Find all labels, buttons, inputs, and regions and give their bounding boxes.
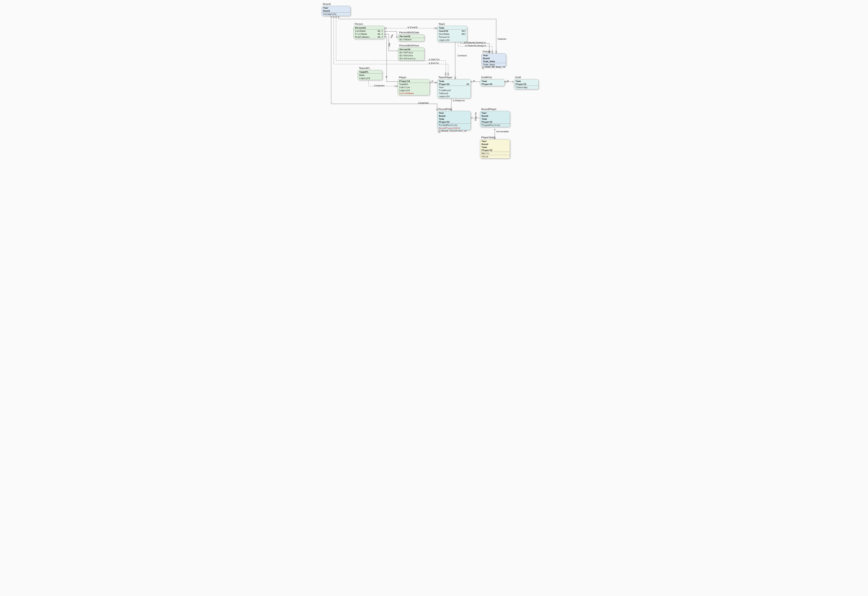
attr-row: UserNameAK1	[437, 32, 467, 35]
attr-name: PlayerId	[439, 83, 450, 86]
rel-endfor: Is End For	[429, 62, 439, 65]
attr-row: Password	[437, 35, 467, 38]
rel-is3: Is	[507, 80, 509, 82]
attr-name: Name	[359, 74, 365, 77]
attr-row: Year	[437, 86, 470, 89]
rel-is1: Is	[432, 80, 433, 82]
attr-row: PlayerId	[480, 83, 504, 86]
attr-row: PlayerId	[514, 83, 538, 86]
entity-title: PlayerStats	[480, 136, 496, 140]
entity-roundpick: RoundPickYearRoundTeamPlayerIdPickedPosi…	[437, 111, 471, 130]
attr-row: PlayedPosition	[480, 124, 510, 127]
rel-accumulates: Accumulates	[496, 130, 509, 133]
attr-name: FromRound	[439, 89, 451, 91]
attr-name: LegacyId	[439, 95, 450, 98]
rel-pickedas: Is Picked As	[453, 99, 465, 102]
entity-team: TeamTeamCoachIdAK2UserNameAK1PasswordLeg…	[437, 26, 467, 42]
entity-body: TeamCoachIdAK2UserNameAK1PasswordLegacyI…	[437, 26, 467, 42]
attr-row: Team	[480, 79, 504, 83]
constraint-home-ne-away: CHome_NE_Away_ck	[482, 66, 505, 69]
attr-row: BirthPlace	[398, 51, 424, 54]
attr-name: Year	[482, 112, 487, 114]
attr-row: Team	[437, 79, 470, 83]
attr-row: Year	[480, 139, 510, 143]
attr-row: Team	[480, 146, 510, 149]
attr-row: Round	[482, 57, 506, 60]
entity-title: Round	[321, 2, 332, 6]
entity-title: Fixture	[481, 50, 492, 54]
entity-body: TeamPlayerId	[480, 79, 504, 86]
attr-row: BirthState	[398, 54, 424, 57]
attr-row: Value	[480, 155, 510, 158]
attr-name: Team_Away	[483, 63, 495, 66]
attr-row: LastNameAK.1	[353, 30, 384, 32]
attr-name: Team	[482, 118, 487, 120]
rel-comprises2: Comprises	[418, 102, 429, 104]
attr-name: LegacyId	[399, 89, 410, 91]
entity-title: TeamPlayer	[437, 75, 454, 80]
entity-person: PersonPersonIdLastNameAK.1FirstNameAK.2M…	[353, 26, 384, 39]
entity-pbp: PersonBirthPacePersonIdBirthPlaceBirthSt…	[398, 47, 424, 60]
rel-features: Features	[498, 38, 506, 40]
rel-is-person-player: Is	[385, 76, 388, 78]
attr-name: Team	[482, 146, 487, 149]
entity-round: RoundYearRoundIsComplete	[322, 6, 350, 16]
attr-name: LegacyId	[439, 39, 450, 41]
entity-body: YearRoundTeam_HomeTeam_Away	[482, 53, 506, 66]
entity-roundplayer: RoundPlayerYearRoundTeamPlayerIdPlayedPo…	[480, 111, 510, 127]
attr-row: PlayerId	[437, 121, 470, 124]
entity-body: YearRoundTeamPlayerIdMetricValue	[480, 139, 510, 158]
attr-name: Round	[482, 115, 488, 117]
entity-title: PersonBirthPace	[398, 44, 421, 48]
attr-name: BirthState	[399, 54, 413, 57]
attr-ak: AK1	[461, 32, 466, 35]
attr-row: Year	[437, 111, 470, 114]
entity-body: YearRoundTeamPlayerIdPickedPositionRound…	[437, 111, 470, 130]
attr-name: Year	[482, 140, 487, 143]
attr-row: Name	[358, 74, 382, 77]
entity-draftpick: DraftPickTeamPlayerId	[480, 79, 505, 86]
attr-row: PlayerId	[480, 121, 510, 124]
attr-row: Team	[437, 117, 470, 121]
entity-body: YearRoundIsComplete	[322, 6, 350, 16]
entity-teamafl: TeamAFLTeamAFLNameLegacyId	[358, 70, 382, 80]
attr-name: PlayerId	[482, 83, 492, 86]
entity-player: PlayerPlayerIdTeamAFLIsActiveLegacyIdPoo…	[398, 79, 430, 95]
attr-row: FirstNameAK.2	[353, 32, 384, 35]
attr-row: Team	[480, 117, 510, 121]
attr-name: LegacyId	[359, 77, 370, 80]
attr-row: PoolXXXName	[398, 92, 430, 95]
entity-body: TeamPlayerIdTimestamp	[514, 79, 538, 89]
attr-row: LegacyId	[358, 77, 382, 80]
attr-name: RoundPlayerXXXId	[439, 127, 460, 130]
attr-row: PersonId	[398, 47, 424, 51]
attr-name: Team	[439, 27, 444, 29]
attr-row: PlayerIdAK	[437, 83, 470, 86]
entity-title: RoundPick	[437, 107, 453, 111]
attr-name: PlayerId	[482, 149, 492, 152]
attr-row: PersonId	[353, 26, 384, 29]
attr-row: FromRound	[437, 89, 470, 92]
entity-title: PersonBiirthDate	[398, 31, 421, 35]
attr-row: BirthDate	[398, 38, 424, 41]
attr-name: IsComplete	[323, 13, 336, 15]
attr-name: PlayerId	[399, 80, 410, 83]
attr-name: ToRound	[439, 92, 448, 94]
entity-body: PersonIdBirthDate	[398, 34, 424, 41]
entity-teamplayer: TeamPlayerTeamPlayerIdAKYearFromRoundToR…	[437, 79, 471, 98]
attr-name: TeamAFL	[359, 71, 369, 73]
attr-row: Round	[480, 114, 510, 117]
attr-name: UserName	[439, 32, 450, 35]
rel-isfeatured-home: Is Featured (Home) In	[464, 41, 486, 44]
attr-name: PlayerId	[439, 121, 450, 123]
attr-name: Team	[439, 80, 444, 83]
entity-title: DraftPick	[480, 75, 493, 80]
attr-ak: AK.1	[378, 30, 383, 32]
attr-name: Year	[483, 54, 488, 57]
rel-isfeatured-away: Is Featured (Away) In	[465, 44, 486, 47]
entity-title: TeamAFL	[358, 66, 372, 70]
attr-row: Year	[480, 111, 510, 114]
rel-startfor: Is Start For	[429, 58, 440, 61]
attr-name: Team	[516, 80, 521, 83]
attr-ak: AK	[467, 83, 469, 86]
